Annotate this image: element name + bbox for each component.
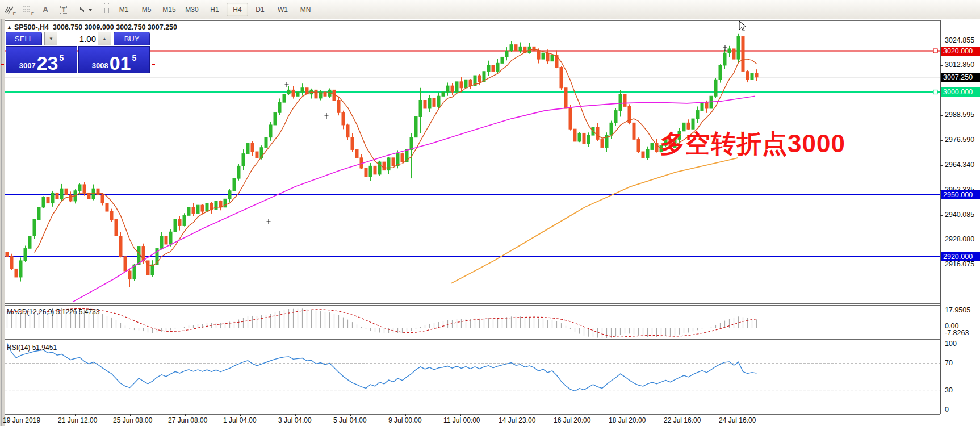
time-tick-mark bbox=[130, 414, 131, 416]
text-box-tool-icon[interactable]: T bbox=[56, 2, 72, 17]
price-tick-mark bbox=[940, 41, 943, 41]
chart-title: ▲SP500-,H4 3006.750 3009.000 3002.750 30… bbox=[7, 23, 177, 31]
price-badge: 3020.000 bbox=[941, 47, 980, 56]
sell-price-display[interactable]: 3007 23 5 bbox=[6, 46, 77, 73]
timeframe-button-m5[interactable]: M5 bbox=[136, 3, 157, 16]
price-tick-label: 3024.855 bbox=[945, 36, 974, 44]
buy-price-big: 01 bbox=[110, 55, 131, 72]
price-tick-mark bbox=[940, 265, 943, 265]
price-axis-divider bbox=[940, 20, 941, 414]
price-tick-mark bbox=[940, 140, 943, 141]
macd-panel[interactable] bbox=[5, 305, 940, 340]
time-tick-label: 5 Jul 04:00 bbox=[333, 416, 367, 424]
macd-label: MACD(12,26,9) 5.1226 5.4733 bbox=[7, 308, 99, 316]
rsi-axis-label: 100 bbox=[945, 340, 957, 348]
time-tick-mark bbox=[405, 414, 406, 416]
sell-price-sup: 5 bbox=[59, 53, 64, 62]
time-tick-label: 1 Jul 04:00 bbox=[223, 416, 257, 424]
price-tick-mark bbox=[940, 215, 943, 216]
price-tick-label: 2916.075 bbox=[945, 260, 974, 268]
timeframe-button-m1[interactable]: M1 bbox=[113, 3, 135, 16]
time-tick-mark bbox=[350, 414, 351, 416]
price-tick-mark bbox=[940, 115, 943, 116]
ask-edge-marker bbox=[152, 64, 155, 65]
draw-study-icon[interactable]: E bbox=[1, 2, 17, 17]
volume-input[interactable] bbox=[57, 32, 98, 45]
time-tick-mark bbox=[736, 414, 736, 416]
volume-stepper: ▼ ▲ bbox=[44, 32, 111, 45]
time-tick-mark bbox=[295, 414, 296, 416]
time-tick-mark bbox=[516, 414, 516, 416]
time-tick-mark bbox=[240, 414, 241, 416]
arrow-tool-icon[interactable] bbox=[74, 2, 98, 17]
rsi-label: RSI(14) 51.9451 bbox=[7, 344, 57, 352]
time-tick-label: 3 Jul 04:00 bbox=[278, 416, 312, 424]
time-tick-mark bbox=[75, 414, 76, 416]
sell-price-big: 23 bbox=[37, 55, 58, 72]
timeframe-button-mn[interactable]: MN bbox=[295, 3, 316, 16]
rsi-axis-label: 30 bbox=[945, 386, 953, 394]
time-tick-label: 11 Jul 00:00 bbox=[443, 416, 480, 424]
trading-terminal-window: E F A T M1M5M15M30H1H4D1W1MN bbox=[0, 0, 980, 426]
timeframe-button-m30[interactable]: M30 bbox=[181, 3, 203, 16]
price-tick-label: 2964.340 bbox=[945, 161, 974, 169]
chart-toolbar: E F A T M1M5M15M30H1H4D1W1MN bbox=[0, 0, 980, 19]
volume-decrease-button[interactable]: ▼ bbox=[45, 32, 57, 45]
timeframe-buttons: M1M5M15M30H1H4D1W1MN bbox=[112, 3, 317, 16]
chart-annotation-text: 多空转折点3000 bbox=[660, 127, 845, 161]
price-tick-label: 3012.850 bbox=[945, 61, 974, 69]
timeframe-button-h4[interactable]: H4 bbox=[227, 3, 248, 16]
time-tick-label: 18 Jul 20:00 bbox=[609, 416, 646, 424]
time-tick-label: 25 Jun 08:00 bbox=[113, 416, 152, 424]
time-tick-label: 21 Jun 12:00 bbox=[58, 416, 97, 424]
time-tick-mark bbox=[460, 414, 461, 416]
price-tick-label: 2940.085 bbox=[945, 211, 974, 219]
price-tick-mark bbox=[940, 240, 943, 240]
toolbar-separator bbox=[104, 3, 109, 16]
time-tick-mark bbox=[20, 414, 20, 416]
time-tick-mark bbox=[571, 414, 571, 416]
price-tick-label: 2988.595 bbox=[945, 111, 974, 119]
arrows-glyph-icon bbox=[77, 5, 94, 14]
time-tick-label: 9 Jul 00:00 bbox=[388, 416, 422, 424]
price-tick-mark bbox=[940, 165, 943, 166]
time-tick-label: 16 Jul 20:00 bbox=[554, 416, 590, 424]
buy-price-handle: 3008 bbox=[92, 61, 108, 70]
timeframe-button-m15[interactable]: M15 bbox=[158, 3, 180, 16]
sell-price-handle: 3007 bbox=[19, 61, 36, 70]
rsi-axis-label: 0 bbox=[945, 406, 949, 414]
timeframe-button-h1[interactable]: H1 bbox=[204, 3, 225, 16]
volume-increase-button[interactable]: ▲ bbox=[98, 32, 111, 45]
timeframe-button-d1[interactable]: D1 bbox=[249, 3, 271, 16]
time-tick-label: 27 Jun 08:00 bbox=[168, 416, 207, 424]
time-tick-label: 24 Jul 16:00 bbox=[719, 416, 756, 424]
tool-badge-e: E bbox=[13, 11, 16, 16]
buy-button[interactable]: BUY bbox=[114, 32, 150, 45]
rsi-axis-label: 70 bbox=[945, 359, 953, 367]
price-tick-label: 2976.590 bbox=[945, 136, 974, 144]
draw-fibo-icon[interactable]: F bbox=[19, 2, 35, 17]
price-tick-mark bbox=[940, 65, 943, 66]
time-tick-label: 22 Jul 16:00 bbox=[664, 416, 701, 424]
ohlc-values: 3006.750 3009.000 3002.750 3007.250 bbox=[53, 23, 177, 31]
macd-axis-label: -7.8263 bbox=[945, 329, 969, 337]
rsi-panel[interactable] bbox=[5, 341, 940, 415]
time-tick-mark bbox=[681, 414, 681, 416]
tool-badge-f: F bbox=[31, 11, 34, 16]
buy-price-sup: 5 bbox=[132, 53, 136, 62]
price-badge: 2950.000 bbox=[941, 190, 980, 199]
sell-button[interactable]: SELL bbox=[6, 32, 42, 45]
text-tool-icon[interactable]: A bbox=[37, 2, 53, 17]
price-badge: 3000.000 bbox=[941, 87, 980, 97]
collapse-triangle-icon[interactable]: ▲ bbox=[7, 24, 12, 30]
buy-price-display[interactable]: 3008 01 5 bbox=[78, 46, 150, 73]
macd-axis-label: 17.9505 bbox=[945, 306, 970, 314]
time-tick-mark bbox=[185, 414, 186, 416]
time-tick-mark bbox=[626, 414, 626, 416]
time-tick-label: 14 Jul 23:00 bbox=[499, 416, 535, 424]
price-badge: 3007.250 bbox=[941, 73, 980, 82]
timeframe-button-w1[interactable]: W1 bbox=[272, 3, 294, 16]
mouse-cursor bbox=[739, 20, 747, 32]
price-badge: 2920.000 bbox=[941, 252, 980, 261]
one-click-trading-widget: SELL ▼ ▲ BUY 3007 23 5 3008 01 5 bbox=[6, 32, 150, 73]
